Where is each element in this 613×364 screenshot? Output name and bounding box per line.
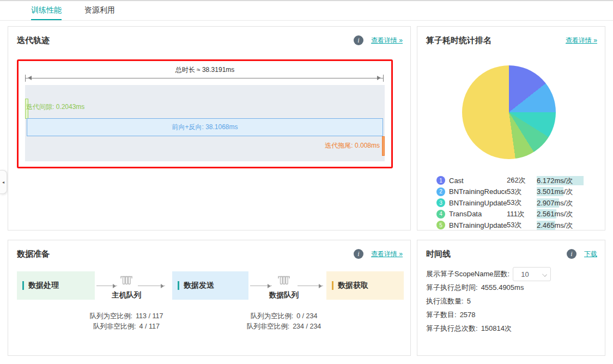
op-name: TransData <box>449 210 507 218</box>
panel-title: 数据准备 <box>17 249 50 259</box>
op-avg-time: 6.172ms/次 <box>537 177 573 185</box>
legend-row: 1 Cast 262次 6.172ms/次 <box>436 176 597 185</box>
op-name: Cast <box>449 177 507 185</box>
op-avg-time: 2.907ms/次 <box>537 199 573 207</box>
sidebar-collapse-handle[interactable]: ◂ <box>0 170 7 194</box>
host-queue-stats: 队列为空比例:113 / 117 队列非空比例:4 / 117 <box>75 311 178 332</box>
iteration-trace-panel: 迭代轨迹 i 查看详情 » 总时长 ≈ 38.3191ms 迭代间隙: 0.20… <box>8 26 411 230</box>
profiler-dashboard: 训练性能 资源利用 ◂ 迭代轨迹 i 查看详情 » 总时长 ≈ 38.3191m… <box>0 0 613 364</box>
stage-data-fetch: 数据获取 <box>326 271 404 300</box>
scope-depth-label: 展示算子ScopeName层数: <box>426 269 509 279</box>
forward-backward-bar[interactable]: 前向+反向: 38.1068ms <box>27 118 383 136</box>
data-preparation-panel: 数据准备 i 查看详情 » 数据处理 主机队列 数据发送 <box>8 240 411 356</box>
rank-badge: 4 <box>436 210 445 219</box>
queue-icon <box>277 274 291 287</box>
scope-depth-select[interactable]: 10 <box>513 267 551 281</box>
scope-depth-value: 10 <box>521 270 529 278</box>
duration-dimension-arrow <box>25 78 384 78</box>
legend-row: 4 TransData 111次 2.561ms/次 <box>436 210 597 219</box>
queue-stat-row: 队列非空比例:234 / 234 <box>232 321 336 332</box>
stat-row: 算子执行总次数:150814次 <box>426 321 524 335</box>
chevron-down-icon <box>542 272 547 277</box>
iteration-tail-label: 迭代拖尾: 0.008ms <box>325 141 380 150</box>
stat-row: 算子执行总时间:4555.4905ms <box>426 281 524 294</box>
arrow-left-icon: ◂ <box>2 180 4 185</box>
op-count: 53次 <box>507 198 537 208</box>
legend-row: 5 BNTrainingUpdate 53次 2.465ms/次 <box>436 221 597 229</box>
flow-arrow <box>138 286 165 286</box>
stage-accent <box>178 281 179 290</box>
panel-title: 迭代轨迹 <box>17 35 50 46</box>
stage-accent <box>22 281 24 290</box>
op-count: 262次 <box>507 175 537 185</box>
op-legend: 1 Cast 262次 6.172ms/次 2 BNTrainingReduce… <box>436 176 597 232</box>
queue-icon <box>119 274 133 287</box>
step-trace-chart: 迭代间隙: 0.2043ms 前向+反向: 38.1068ms 迭代拖尾: 0.… <box>25 85 385 161</box>
info-icon[interactable]: i <box>567 249 576 259</box>
stage-data-processing: 数据处理 <box>17 271 95 300</box>
view-details-link[interactable]: 查看详情 » <box>371 36 403 45</box>
step-trace-chart-highlight-box: 总时长 ≈ 38.3191ms 迭代间隙: 0.2043ms 前向+反向: 38… <box>17 59 393 168</box>
legend-row: 3 BNTrainingUpdate... 53次 2.907ms/次 <box>436 198 597 207</box>
info-icon[interactable]: i <box>354 35 363 45</box>
op-name: BNTrainingReduce... <box>449 187 507 196</box>
total-duration-label: 总时长 ≈ 38.3191ms <box>19 65 391 75</box>
data-queue-stats: 队列为空比例:0 / 234 队列非空比例:234 / 234 <box>232 311 336 332</box>
forward-backward-label: 前向+反向: 38.1068ms <box>172 123 238 132</box>
tab-bar: 训练性能 资源利用 <box>0 1 613 21</box>
iteration-tail-bar[interactable] <box>382 136 385 156</box>
op-name: BNTrainingUpdate... <box>449 199 507 207</box>
op-avg-time: 3.501ms/次 <box>537 187 573 196</box>
queue-stat-row: 队列为空比例:113 / 117 <box>75 311 178 321</box>
op-count: 53次 <box>507 187 537 197</box>
view-details-link[interactable]: 查看详情 » <box>566 36 597 45</box>
stage-data-send: 数据发送 <box>172 271 248 300</box>
legend-row: 2 BNTrainingReduce... 53次 3.501ms/次 <box>436 187 597 196</box>
rank-badge: 1 <box>436 176 445 185</box>
panel-title: 算子耗时统计排名 <box>426 35 491 46</box>
view-details-link[interactable]: 查看详情 » <box>371 250 403 259</box>
op-avg-time: 2.465ms/次 <box>537 221 573 229</box>
rank-badge: 5 <box>436 221 445 229</box>
op-avg-time: 2.561ms/次 <box>537 210 573 218</box>
stat-row: 执行流数量:5 <box>426 294 524 308</box>
op-count: 111次 <box>507 209 537 219</box>
info-icon[interactable]: i <box>354 249 363 259</box>
queue-name: 数据队列 <box>262 290 306 300</box>
queue-name: 主机队列 <box>105 290 148 300</box>
queue-stat-row: 队列非空比例:4 / 117 <box>75 321 178 332</box>
iteration-gap-label: 迭代间隙: 0.2043ms <box>26 102 84 112</box>
flow-arrow <box>298 286 323 286</box>
download-link[interactable]: 下载 <box>584 250 597 259</box>
op-time-pie-chart[interactable] <box>462 65 556 159</box>
queue-stat-row: 队列为空比例:0 / 234 <box>232 311 336 321</box>
panel-title: 时间线 <box>426 249 451 259</box>
op-count: 53次 <box>507 220 537 230</box>
rank-badge: 2 <box>436 187 445 196</box>
tab-training-performance[interactable]: 训练性能 <box>31 5 62 20</box>
timeline-panel: 时间线 i 下载 展示算子ScopeName层数: 10 算子执行总时间:455… <box>417 240 605 356</box>
data-queue-node: 数据队列 <box>262 274 306 300</box>
stage-accent <box>332 281 333 290</box>
stat-row: 算子数目:2578 <box>426 308 524 321</box>
timeline-stats: 算子执行总时间:4555.4905ms 执行流数量:5 算子数目:2578 算子… <box>426 281 524 335</box>
op-time-ranking-panel: 算子耗时统计排名 查看详情 » 1 Cast 262次 6.172ms/次 2 … <box>417 26 605 230</box>
host-queue-node: 主机队列 <box>105 274 148 300</box>
tab-resource-utilization[interactable]: 资源利用 <box>84 5 115 20</box>
rank-badge: 3 <box>436 198 445 207</box>
op-name: BNTrainingUpdate <box>449 221 507 229</box>
